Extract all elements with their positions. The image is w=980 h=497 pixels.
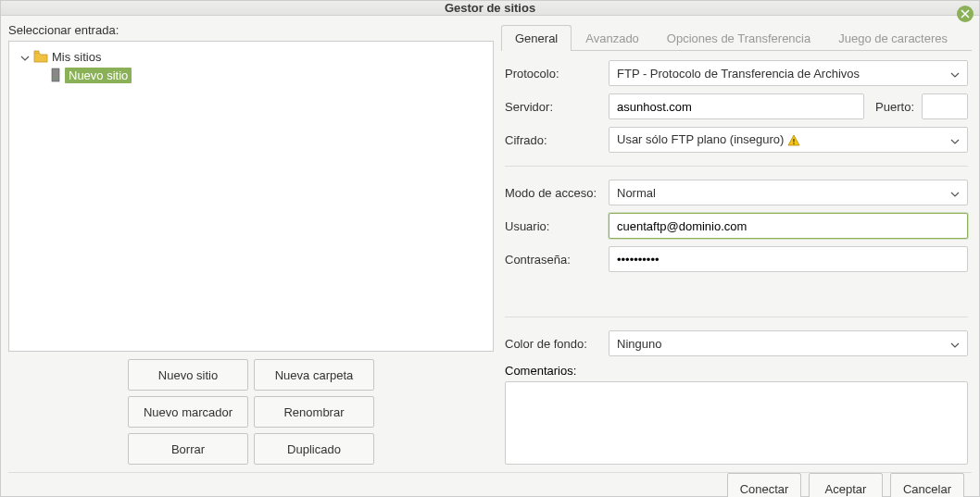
bgcolor-combo[interactable]: Ninguno bbox=[609, 330, 968, 356]
tab-advanced[interactable]: Avanzado bbox=[572, 25, 653, 51]
tree-root-label: Mis sitios bbox=[52, 50, 101, 64]
select-entry-label: Seleccionar entrada: bbox=[8, 23, 494, 37]
tree-site-label: Nuevo sitio bbox=[65, 68, 132, 83]
new-site-button[interactable]: Nuevo sitio bbox=[128, 359, 248, 391]
folder-icon bbox=[33, 50, 48, 63]
site-tree[interactable]: Mis sitios Nuevo sitio bbox=[8, 41, 494, 352]
access-label: Modo de acceso: bbox=[505, 186, 601, 200]
server-icon bbox=[50, 68, 61, 82]
protocol-row: Protocolo: FTP - Protocolo de Transferen… bbox=[505, 60, 968, 86]
encryption-label: Cifrado: bbox=[505, 133, 601, 147]
accept-button[interactable]: Aceptar bbox=[809, 473, 883, 497]
comments-section: Comentarios: bbox=[505, 364, 968, 465]
server-input[interactable] bbox=[617, 100, 856, 114]
access-combo[interactable]: Normal bbox=[609, 180, 968, 205]
tab-general[interactable]: General bbox=[501, 25, 572, 51]
user-input-wrap[interactable] bbox=[609, 213, 968, 239]
content-area: Seleccionar entrada: Mis sitios Nuevo si… bbox=[1, 16, 979, 465]
port-label: Puerto: bbox=[875, 100, 914, 114]
svg-rect-2 bbox=[793, 139, 794, 143]
port-input[interactable] bbox=[930, 100, 960, 114]
left-pane: Seleccionar entrada: Mis sitios Nuevo si… bbox=[8, 23, 494, 465]
access-value: Normal bbox=[617, 186, 656, 200]
tab-charset[interactable]: Juego de caracteres bbox=[824, 25, 961, 51]
chevron-down-icon bbox=[950, 68, 960, 78]
window-title: Gestor de sitios bbox=[445, 1, 535, 15]
duplicate-button[interactable]: Duplicado bbox=[254, 433, 374, 465]
password-input[interactable] bbox=[617, 253, 960, 267]
tree-root-row[interactable]: Mis sitios bbox=[15, 47, 487, 66]
bgcolor-row: Color de fondo: Ninguno bbox=[505, 330, 968, 356]
user-label: Usuario: bbox=[505, 219, 601, 233]
site-manager-window: Gestor de sitios Seleccionar entrada: Mi… bbox=[0, 0, 980, 497]
user-row: Usuario: bbox=[505, 213, 968, 239]
server-label: Servidor: bbox=[505, 100, 601, 114]
svg-rect-3 bbox=[793, 143, 794, 143]
general-form: Protocolo: FTP - Protocolo de Transferen… bbox=[501, 51, 972, 465]
separator bbox=[505, 317, 968, 317]
chevron-down-icon[interactable] bbox=[20, 52, 30, 61]
separator bbox=[505, 166, 968, 167]
close-icon bbox=[961, 9, 970, 19]
new-folder-button[interactable]: Nueva carpeta bbox=[254, 359, 374, 391]
protocol-value: FTP - Protocolo de Transferencia de Arch… bbox=[617, 67, 860, 81]
password-label: Contraseña: bbox=[505, 253, 601, 267]
comments-label: Comentarios: bbox=[505, 364, 968, 378]
cancel-button[interactable]: Cancelar bbox=[890, 473, 964, 497]
close-button[interactable] bbox=[957, 6, 974, 22]
server-input-wrap[interactable] bbox=[609, 93, 864, 119]
tab-bar: General Avanzado Opciones de Transferenc… bbox=[501, 23, 972, 51]
bgcolor-label: Color de fondo: bbox=[505, 337, 601, 351]
right-pane: General Avanzado Opciones de Transferenc… bbox=[501, 23, 972, 465]
titlebar: Gestor de sitios bbox=[1, 1, 979, 16]
svg-point-1 bbox=[55, 78, 57, 80]
connect-button[interactable]: Conectar bbox=[727, 473, 801, 497]
tree-site-row[interactable]: Nuevo sitio bbox=[15, 66, 487, 84]
encryption-value: Usar sólo FTP plano (inseguro) bbox=[617, 132, 800, 147]
protocol-combo[interactable]: FTP - Protocolo de Transferencia de Arch… bbox=[609, 60, 968, 86]
encryption-row: Cifrado: Usar sólo FTP plano (inseguro) bbox=[505, 127, 968, 153]
new-bookmark-button[interactable]: Nuevo marcador bbox=[128, 396, 248, 428]
password-input-wrap[interactable] bbox=[609, 246, 968, 272]
footer: Conectar Aceptar Cancelar bbox=[8, 472, 972, 497]
bgcolor-value: Ninguno bbox=[617, 337, 661, 351]
comments-textarea[interactable] bbox=[505, 381, 968, 465]
encryption-combo[interactable]: Usar sólo FTP plano (inseguro) bbox=[609, 127, 968, 153]
password-row: Contraseña: bbox=[505, 246, 968, 272]
chevron-down-icon bbox=[950, 135, 960, 144]
protocol-label: Protocolo: bbox=[505, 67, 601, 81]
site-actions-grid: Nuevo sitio Nueva carpeta Nuevo marcador… bbox=[8, 359, 494, 465]
delete-button[interactable]: Borrar bbox=[128, 433, 248, 465]
warning-icon bbox=[787, 134, 800, 147]
server-row: Servidor: Puerto: bbox=[505, 93, 968, 119]
tab-transfer[interactable]: Opciones de Transferencia bbox=[653, 25, 824, 51]
port-input-wrap[interactable] bbox=[922, 93, 968, 119]
user-input[interactable] bbox=[617, 219, 960, 233]
rename-button[interactable]: Renombrar bbox=[254, 396, 374, 428]
access-row: Modo de acceso: Normal bbox=[505, 180, 968, 205]
chevron-down-icon bbox=[950, 339, 960, 348]
chevron-down-icon bbox=[950, 188, 960, 197]
